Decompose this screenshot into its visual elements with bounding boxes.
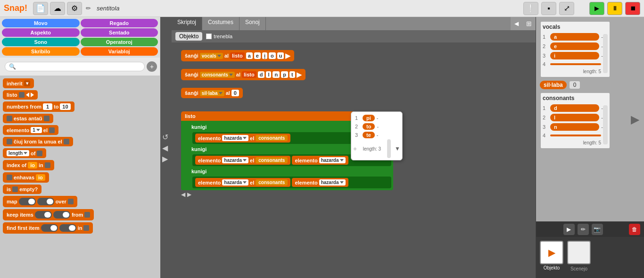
elemento-cons-2[interactable]: elemento hazarda el consonants — [195, 156, 290, 165]
grid-icon[interactable]: ⊞ — [522, 17, 536, 30]
hazarda-dd-3b[interactable]: hazarda — [319, 179, 346, 185]
enhavas-block[interactable]: enhavas io — [3, 172, 49, 183]
sprite-item-scenejo[interactable]: Scenejo — [567, 241, 591, 274]
is-empty-block[interactable]: is empty? — [3, 185, 41, 194]
consonants-scrollbar[interactable] — [603, 105, 608, 144]
cons-idx-1: 1 — [543, 105, 548, 111]
cons-l[interactable]: l — [266, 71, 271, 78]
vocals-dropdown[interactable]: vocals — [200, 53, 223, 59]
vocals-title: vocals — [543, 24, 608, 30]
cat-skribilo[interactable]: Skribilo — [2, 47, 80, 56]
arrow-right-nav-icon[interactable]: ▶ — [162, 154, 168, 163]
syllaba-dropdown[interactable]: sil·laba — [200, 90, 224, 96]
popup-add-icon[interactable]: + — [353, 145, 357, 152]
consonants-dropdown[interactable]: consonants — [200, 72, 235, 78]
paint-tool-btn[interactable]: ✏ — [578, 224, 589, 235]
dropdown-arrow-icon — [36, 129, 40, 131]
stop-button[interactable]: ⏹ — [625, 2, 640, 15]
cat-movo[interactable]: Movo — [2, 19, 80, 27]
hazarda-dd-2[interactable]: hazarda — [222, 157, 248, 163]
enhavas-io[interactable]: io — [36, 174, 45, 181]
ciuj-block[interactable]: ĉiuj krom la unua el — [3, 137, 73, 146]
length-dropdown[interactable]: length — [7, 150, 29, 156]
find-toggle[interactable] — [41, 224, 58, 232]
popup-value-1: pi — [363, 115, 375, 121]
cons-t[interactable]: t — [289, 71, 295, 78]
index-of-block[interactable]: index of io in — [3, 160, 54, 170]
cat-aspekto[interactable]: Aspekto — [2, 28, 80, 37]
map-toggle[interactable] — [19, 198, 36, 205]
elemento-block[interactable]: elemento 1 el — [3, 125, 58, 135]
script-canvas[interactable]: ŝanĝi vocals al listo a e i o u ▶ — [172, 45, 536, 278]
keep-block[interactable]: keep items from — [3, 209, 94, 220]
listo-block[interactable]: listo — [3, 90, 38, 100]
numbers-from-block[interactable]: numbers from 1 to 10 — [3, 101, 74, 112]
cons-p[interactable]: p — [281, 71, 288, 78]
tab-costumes[interactable]: Costumes — [202, 17, 239, 30]
estas-antau-block[interactable]: estas antaŭ — [3, 114, 53, 123]
inherit-block[interactable]: inherit ▾ — [3, 78, 34, 88]
list-icon — [19, 92, 25, 98]
toolbar-right: ❕ ▪ ⤢ ▶ ⏸ ⏹ — [523, 2, 640, 15]
delete-sprite-btn[interactable]: 🗑 — [629, 224, 640, 235]
cons-n[interactable]: n — [272, 71, 280, 78]
shangi-cons-al: al — [236, 72, 240, 77]
tab-skriptoj[interactable]: Skriptoj — [172, 17, 202, 30]
add-variable-button[interactable]: + — [147, 61, 157, 72]
elemento-dropdown[interactable]: 1 — [31, 127, 42, 133]
vocal-o[interactable]: o — [269, 52, 276, 59]
vocal-i[interactable]: i — [262, 52, 267, 59]
cloud-button[interactable]: ☁ — [50, 2, 65, 15]
cat-variabloj[interactable]: Variabloj — [81, 47, 158, 56]
stage-button[interactable]: ▪ — [541, 2, 556, 15]
sprite-item-objecto[interactable]: ▶ Objekto — [540, 241, 563, 274]
run-button[interactable]: ▶ — [589, 2, 604, 15]
back-button[interactable]: ◀ — [511, 17, 522, 30]
cat-regado[interactable]: Regado — [81, 19, 158, 27]
consonants-ref-1: consonants — [256, 135, 288, 141]
elemento-hazarda-2b[interactable]: elemento hazarda — [292, 156, 348, 165]
numbers-from-input[interactable]: 1 — [43, 103, 52, 110]
cat-operatoroj[interactable]: Operatoroj — [81, 38, 158, 46]
index-io-input[interactable]: io — [28, 162, 37, 168]
hazarda-arrow-3-icon — [243, 181, 247, 184]
fullscreen-button[interactable]: ⤢ — [559, 2, 574, 15]
hazarda-dd-1[interactable]: hazarda — [222, 135, 248, 141]
cons-d[interactable]: d — [258, 71, 265, 78]
elemento-cons-3[interactable]: elemento hazarda el consonants — [195, 178, 290, 187]
elemento-cons-1[interactable]: elemento hazarda el consonants — [195, 134, 290, 143]
new-file-button[interactable]: 📄 — [33, 2, 48, 15]
sprite-checkbox[interactable]: ✓ — [206, 34, 212, 39]
tab-sonoj[interactable]: Sonoj — [239, 17, 266, 30]
elemento-hazarda-3b[interactable]: elemento hazarda — [292, 178, 348, 187]
keep-toggle[interactable] — [35, 211, 52, 219]
map-toggle2[interactable] — [37, 198, 54, 205]
popup-collapse-icon[interactable]: ▼ — [395, 145, 400, 152]
vocal-a[interactable]: a — [246, 52, 253, 59]
pause-button[interactable]: ⏸ — [607, 2, 622, 15]
script-tool-btn[interactable]: ▶ — [563, 224, 575, 235]
cat-sono[interactable]: Sono — [2, 38, 80, 46]
settings-button[interactable]: ⚙ — [67, 2, 82, 15]
find-block[interactable]: find first item in — [3, 222, 93, 234]
photo-tool-btn[interactable]: 📷 — [592, 224, 603, 235]
vocal-u[interactable]: u — [277, 52, 284, 59]
popup-scrollbar[interactable] — [387, 139, 391, 158]
report-button[interactable]: ❕ — [523, 2, 538, 15]
list-nav-left-icon[interactable]: ◀ — [181, 191, 185, 198]
keep-toggle2[interactable] — [53, 211, 70, 219]
vocal-e[interactable]: e — [254, 52, 261, 59]
refresh-icon[interactable]: ↺ — [162, 132, 168, 141]
list-nav-right-icon[interactable]: ▶ — [187, 191, 191, 198]
vocals-scrollbar[interactable] — [603, 34, 608, 73]
arrow-left-nav-icon[interactable]: ◀ — [162, 143, 168, 152]
cat-sentado[interactable]: Sentado — [81, 28, 158, 37]
find-toggle2[interactable] — [59, 224, 76, 232]
map-block[interactable]: map over — [3, 196, 77, 207]
length-block[interactable]: length of — [3, 148, 46, 158]
numbers-to-input[interactable]: 10 — [60, 103, 70, 110]
keep-from-label: from — [72, 212, 83, 218]
hazarda-dd-2b[interactable]: hazarda — [319, 157, 346, 163]
syllaba-val[interactable]: 0 — [231, 90, 239, 96]
hazarda-dd-3[interactable]: hazarda — [222, 179, 248, 185]
